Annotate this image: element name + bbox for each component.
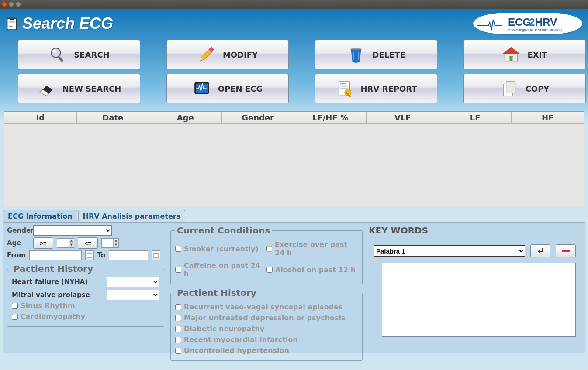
to-date-input[interactable]: [109, 250, 148, 260]
from-calendar-icon[interactable]: [85, 250, 94, 260]
svg-rect-33: [153, 253, 159, 254]
ecg-monitor-icon: [193, 79, 211, 98]
exit-button[interactable]: EXIT: [463, 40, 586, 69]
col-lf[interactable]: LF: [439, 112, 512, 123]
hrv-report-label: HRV REPORT: [360, 84, 417, 93]
diabetic-check[interactable]: Diabetic neuropathy: [175, 323, 358, 334]
to-calendar-icon[interactable]: [152, 250, 160, 260]
mitral-valve-label: Mitral valve prolapse: [12, 291, 90, 299]
svg-rect-34: [562, 250, 570, 252]
col-vlf[interactable]: VLF: [367, 112, 439, 123]
brand-logo: ECG 2 HRV Electrocardiogram to Heart Rat…: [473, 13, 582, 34]
new-search-button[interactable]: NEW SEARCH: [18, 74, 140, 103]
modify-label: MODIFY: [223, 50, 258, 59]
gender-label: Gender: [7, 226, 30, 234]
col-date[interactable]: Date: [77, 112, 149, 123]
tab-ecg-information[interactable]: ECG Information: [3, 210, 77, 222]
eraser-icon: [37, 79, 55, 98]
minus-icon: [561, 249, 570, 253]
keywords-select[interactable]: Palabra 1: [374, 245, 525, 257]
heart-failure-label: Heart failure (NYHA): [12, 278, 88, 286]
window-close-icon[interactable]: [2, 2, 7, 7]
delete-button[interactable]: DELETE: [315, 40, 437, 69]
caffeine-check[interactable]: Caffeine on past 24 h: [175, 260, 266, 279]
results-table[interactable]: Id Date Age Gender LF/HF % VLF LF HF: [4, 111, 584, 207]
modify-button[interactable]: MODIFY: [166, 40, 289, 69]
depression-check[interactable]: Major untreated depression or psychosis: [175, 312, 358, 323]
mitral-valve-select[interactable]: [107, 290, 159, 300]
sinus-rhythm-check[interactable]: Sinus Rhythm: [12, 300, 159, 311]
window-maximize-icon[interactable]: [16, 2, 21, 7]
col-lfhf[interactable]: LF/HF %: [294, 112, 367, 123]
exercise-check[interactable]: Exercise over past 24 h: [266, 239, 358, 258]
open-ecg-button[interactable]: OPEN ECG: [166, 74, 289, 103]
col-gender[interactable]: Gender: [222, 112, 294, 123]
page-title-text: Search ECG: [22, 14, 113, 33]
age-le-button[interactable]: <=: [78, 237, 98, 249]
patient-history-right-title: Pactient History: [175, 288, 258, 298]
enter-arrow-icon: [536, 247, 545, 255]
svg-rect-1: [10, 17, 14, 20]
tabs: ECG Information HRV Analisis parameters: [0, 210, 588, 222]
age-ge-button[interactable]: >=: [33, 237, 53, 249]
svg-rect-25: [340, 88, 349, 89]
exit-label: EXIT: [527, 50, 547, 59]
report-icon: [335, 79, 353, 98]
svg-text:HRV: HRV: [535, 16, 557, 28]
keywords-title: KEY WORDS: [369, 225, 581, 236]
cardiomyopathy-check[interactable]: Cardiomyopathy: [12, 311, 159, 322]
to-label: To: [97, 251, 106, 259]
delete-label: DELETE: [372, 50, 405, 59]
current-conditions-title: Current Conditions: [175, 225, 272, 236]
clipboard-icon: [6, 16, 18, 31]
age-ge-spinner[interactable]: ▲▼: [69, 239, 74, 247]
copy-label: COPY: [526, 84, 550, 93]
vasovagal-check[interactable]: Recurrent vaso-vagal syncopal episodes: [175, 301, 358, 312]
keywords-add-button[interactable]: [530, 244, 550, 257]
hypertension-check[interactable]: Uncontrolled hypertension: [175, 345, 358, 356]
copy-button[interactable]: COPY: [463, 74, 586, 103]
svg-rect-31: [87, 253, 92, 254]
svg-text:ECG: ECG: [508, 16, 531, 28]
svg-point-5: [52, 48, 61, 57]
keywords-remove-button[interactable]: [556, 244, 576, 257]
search-button[interactable]: SEARCH: [18, 40, 140, 69]
age-le-spinner[interactable]: ▲▼: [113, 239, 118, 247]
from-label: From: [7, 251, 26, 259]
keywords-column: KEY WORDS Palabra 1: [369, 225, 581, 361]
window-minimize-icon[interactable]: [9, 2, 14, 7]
results-body[interactable]: [4, 124, 584, 207]
keywords-list[interactable]: [382, 263, 576, 337]
open-ecg-label: OPEN ECG: [218, 84, 263, 93]
results-header-row: Id Date Age Gender LF/HF % VLF LF HF: [4, 112, 584, 124]
col-id[interactable]: Id: [4, 112, 77, 123]
gender-select[interactable]: [33, 225, 112, 236]
patient-history-right: Pactient History Recurrent vaso-vagal sy…: [170, 288, 363, 361]
svg-marker-16: [503, 47, 520, 54]
hrv-report-button[interactable]: HRV REPORT: [315, 74, 437, 103]
svg-rect-7: [58, 56, 64, 62]
house-icon: [502, 45, 520, 64]
conditions-column: Current Conditions Smoker (currently) Ex…: [170, 225, 363, 361]
col-age[interactable]: Age: [149, 112, 222, 123]
mi-check[interactable]: Recent myocardial infarction: [175, 334, 358, 345]
page-title: Search ECG: [6, 14, 113, 33]
alcohol-check[interactable]: Alcohol on past 12 h: [266, 260, 358, 279]
main-toolbar: SEARCH MODIFY DELETE EXIT NEW SEARCH: [0, 34, 588, 111]
app-window: Search ECG ECG 2 HRV Electrocardiogram t…: [0, 9, 588, 370]
magnifier-icon: [48, 45, 67, 64]
tab-hrv-analysis-parameters[interactable]: HRV Analisis parameters: [78, 210, 186, 222]
pencil-icon: [197, 45, 216, 64]
logo-subtitle: Electrocardiogram to Heart Rate Variabil…: [505, 28, 563, 32]
heart-failure-select[interactable]: [107, 277, 159, 287]
svg-rect-12: [353, 52, 354, 60]
svg-rect-29: [506, 81, 515, 93]
svg-text:2: 2: [529, 16, 535, 28]
col-hf[interactable]: HF: [512, 112, 584, 123]
filters-column: Gender Age >= ▲▼ <= ▲▼ From To Pactient …: [7, 225, 164, 361]
smoker-check[interactable]: Smoker (currently): [175, 239, 266, 258]
search-label: SEARCH: [74, 50, 109, 59]
copy-icon: [500, 79, 519, 98]
os-titlebar: [0, 0, 588, 9]
from-date-input[interactable]: [29, 250, 82, 260]
